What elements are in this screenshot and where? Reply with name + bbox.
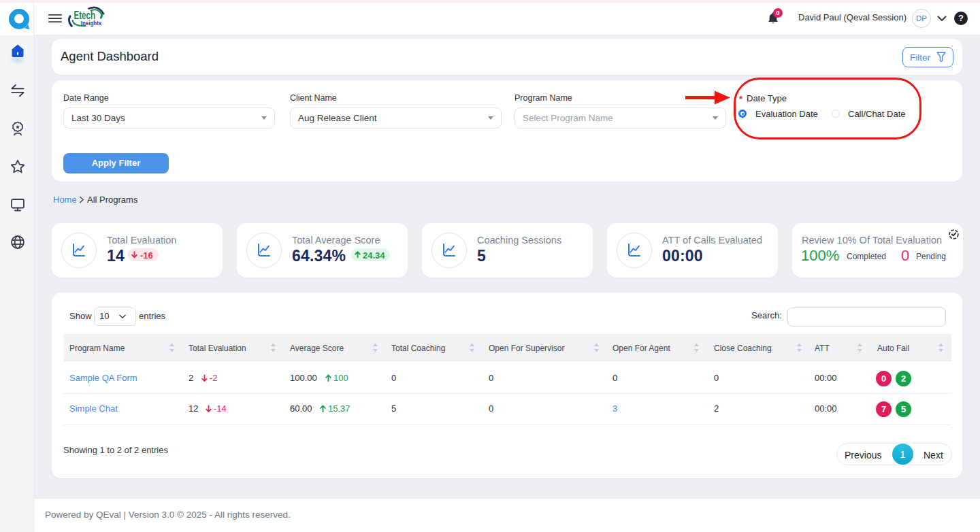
svg-text:Insights: Insights [81, 19, 102, 27]
